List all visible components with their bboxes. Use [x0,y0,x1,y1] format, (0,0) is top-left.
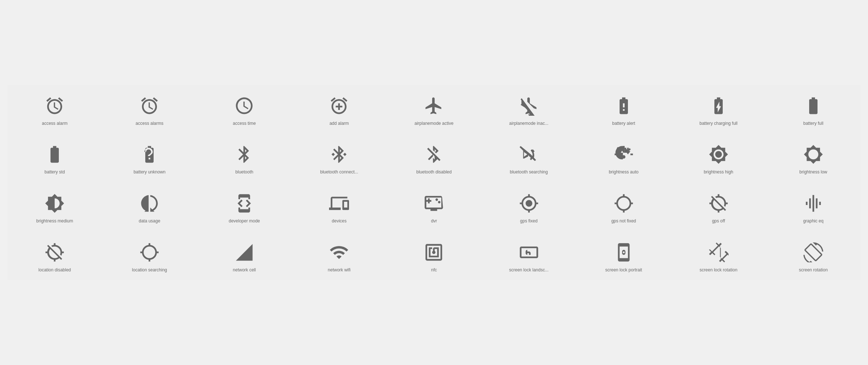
screen-rotation-label: screen rotation [799,267,828,273]
bluetooth-disabled-label: bluetooth disabled [416,169,451,175]
dvr-label: dvr [431,218,437,224]
icon-cell-battery-alert: battery alert [576,85,671,134]
icon-cell-gps-not-fixed: gps not fixed [576,182,671,231]
gps-fixed-icon [519,193,539,213]
battery-alert-label: battery alert [612,121,635,127]
icon-cell-data-usage: data usage [102,182,197,231]
gps-not-fixed-icon [614,193,634,213]
brightness-high-icon [709,144,729,164]
icon-cell-developer-mode: developer mode [197,182,292,231]
access-time-label: access time [233,121,256,127]
icon-cell-screen-lock-rotation: screen lock rotation [671,231,766,280]
data-usage-label: data usage [139,218,160,224]
access-alarm-icon [45,96,65,116]
icon-cell-gps-fixed: gps fixed [482,182,576,231]
icon-cell-airplanemode-inactive: airplanemode inac... [482,85,576,134]
icon-cell-screen-lock-portrait: screen lock portrait [576,231,671,280]
icon-cell-network-cell: network cell [197,231,292,280]
add-alarm-label: add alarm [329,121,349,127]
battery-alert-icon [614,96,634,116]
icon-cell-brightness-auto: brightness auto [576,134,671,182]
icon-cell-location-searching: location searching [102,231,197,280]
graphic-eq-icon [803,193,823,213]
icon-cell-nfc: nfc [386,231,481,280]
brightness-auto-label: brightness auto [609,169,638,175]
nfc-label: nfc [431,267,437,273]
gps-fixed-label: gps fixed [520,218,538,224]
brightness-low-icon [803,144,823,164]
icon-cell-screen-rotation: screen rotation [766,231,861,280]
access-time-icon [234,96,254,116]
screen-lock-portrait-label: screen lock portrait [605,267,642,273]
brightness-low-label: brightness low [799,169,827,175]
brightness-medium-label: brightness medium [36,218,73,224]
icon-cell-battery-full: battery full [766,85,861,134]
battery-std-label: battery std [45,169,65,175]
icon-cell-gps-off: gps off [671,182,766,231]
devices-icon [329,193,349,213]
icon-cell-battery-charging-full: battery charging full [671,85,766,134]
brightness-medium-icon [45,193,65,213]
icon-cell-battery-unknown: battery unknown [102,134,197,182]
icon-cell-access-alarms: access alarms [102,85,197,134]
screen-lock-rotation-label: screen lock rotation [699,267,737,273]
access-alarm-label: access alarm [42,121,68,127]
icon-cell-battery-std: battery std [7,134,102,182]
battery-unknown-icon [139,144,159,164]
network-cell-icon [234,242,254,262]
airplanemode-active-icon [424,96,444,116]
icon-cell-airplanemode-active: airplanemode active [386,85,481,134]
developer-mode-label: developer mode [229,218,260,224]
battery-std-icon [45,144,65,164]
battery-unknown-label: battery unknown [134,169,166,175]
airplanemode-inactive-icon [519,96,539,116]
bluetooth-icon [234,144,254,164]
access-alarms-label: access alarms [135,121,163,127]
gps-off-icon [709,193,729,213]
bluetooth-searching-label: bluetooth searching [510,169,548,175]
battery-full-label: battery full [803,121,823,127]
screen-lock-rotation-icon [709,242,729,262]
bluetooth-searching-icon [519,144,539,164]
bluetooth-label: bluetooth [235,169,253,175]
location-searching-icon [139,242,159,262]
screen-rotation-icon [803,242,823,262]
icon-cell-brightness-high: brightness high [671,134,766,182]
bluetooth-connected-icon [329,144,349,164]
icon-cell-bluetooth-disabled: bluetooth disabled [386,134,481,182]
icon-cell-bluetooth-connected: bluetooth connect... [292,134,386,182]
bluetooth-connected-label: bluetooth connect... [320,169,358,175]
screen-lock-landscape-label: screen lock landsc... [509,267,549,273]
brightness-auto-icon [614,144,634,164]
airplanemode-inactive-label: airplanemode inac... [509,121,548,127]
icon-cell-screen-lock-landscape: screen lock landsc... [482,231,576,280]
icon-cell-network-wifi: network wifi [292,231,386,280]
network-wifi-icon [329,242,349,262]
access-alarms-icon [139,96,159,116]
icon-cell-bluetooth: bluetooth [197,134,292,182]
battery-charging-full-icon [709,96,729,116]
icon-cell-brightness-medium: brightness medium [7,182,102,231]
network-cell-label: network cell [233,267,256,273]
devices-label: devices [332,218,347,224]
developer-mode-icon [234,193,254,213]
dvr-icon [424,193,444,213]
icon-cell-location-disabled: location disabled [7,231,102,280]
network-wifi-label: network wifi [328,267,351,273]
gps-not-fixed-label: gps not fixed [611,218,636,224]
screen-lock-portrait-icon [614,242,634,262]
icon-cell-graphic-eq: graphic eq [766,182,861,231]
data-usage-icon [139,193,159,213]
nfc-icon [424,242,444,262]
icon-cell-bluetooth-searching: bluetooth searching [482,134,576,182]
battery-charging-full-label: battery charging full [699,121,738,127]
add-alarm-icon [329,96,349,116]
location-searching-label: location searching [132,267,167,273]
airplanemode-active-label: airplanemode active [414,121,453,127]
battery-full-icon [803,96,823,116]
icon-cell-devices: devices [292,182,386,231]
icon-cell-dvr: dvr [386,182,481,231]
location-disabled-label: location disabled [38,267,71,273]
graphic-eq-label: graphic eq [803,218,823,224]
bluetooth-disabled-icon [424,144,444,164]
